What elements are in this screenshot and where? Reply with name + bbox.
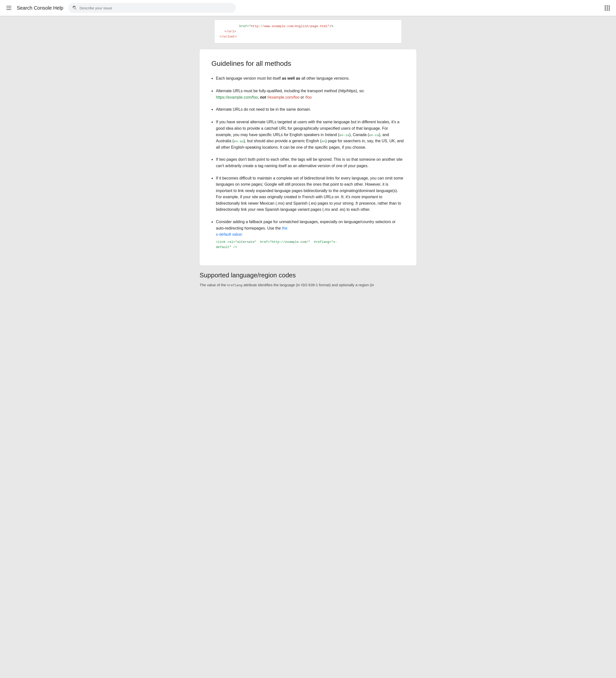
page-content: href="http://www.example.com/english/pag… [0,16,616,296]
bullet-icon: • [211,76,213,82]
bottom-section-title: Supported language/region codes [200,271,416,279]
list-item: • Each language version must list itself… [211,75,405,82]
bullet-icon: • [211,88,213,95]
x-default-link[interactable]: thex-default value [216,226,287,237]
guideline-text: Alternate URLs do not need to be in the … [216,106,405,113]
list-item: • Alternate URLs do not need to be in th… [211,106,405,113]
code-en-ie: en-ie [339,134,350,137]
guideline-text: If two pages don't both point to each ot… [216,156,405,169]
code-en-au: en-au [234,140,244,143]
menu-button[interactable] [4,3,14,13]
list-item: • Alternate URLs must be fully-qualified… [211,88,405,100]
guideline-text: Consider adding a fallback page for unma… [216,219,405,250]
code-line-1: href="http://www.example.com/english/pag… [219,24,397,29]
list-item: • If you have several alternate URLs tar… [211,119,405,150]
code-en-ca: en-ca [369,134,379,137]
code-block-container: href="http://www.example.com/english/pag… [0,16,616,43]
section-title: Guidelines for all methods [211,59,405,68]
code-x-default: <link rel="alternate" href="http://examp… [216,240,405,250]
site-title: Search Console Help [17,5,63,11]
apps-grid-icon [605,5,610,11]
bullet-icon: • [211,219,213,225]
code-line-2: </url> [219,29,397,34]
bullet-icon: • [211,176,213,182]
code-en: en [322,140,326,143]
list-item: • If two pages don't both point to each … [211,156,405,169]
list-item: • If it becomes difficult to maintain a … [211,175,405,213]
example-link-green[interactable]: https://example.com/foo [216,95,258,99]
main-card: Guidelines for all methods • Each langua… [200,49,416,266]
guideline-text: If you have several alternate URLs targe… [216,119,405,150]
header: Search Console Help Describe your issue [0,0,616,16]
search-icon [72,5,77,10]
code-line-3: </urlset> [219,34,397,39]
bottom-section: Supported language/region codes The valu… [188,271,428,296]
example-link-red2: /foo [305,95,312,99]
guideline-list: • Each language version must list itself… [211,75,405,250]
bullet-icon: • [211,107,213,113]
apps-button[interactable] [602,3,612,13]
guideline-text: Each language version must list itself a… [216,75,405,82]
list-item: • Consider adding a fallback page for un… [211,219,405,250]
bullet-icon: • [211,119,213,125]
hreflang-code: hreflang [227,284,242,287]
bullet-icon: • [211,157,213,163]
search-placeholder: Describe your issue [80,6,232,10]
example-link-red: //example.com/foo [267,95,299,99]
search-bar[interactable]: Describe your issue [68,3,236,13]
code-block-top: href="http://www.example.com/english/pag… [214,20,402,43]
guideline-text: If it becomes difficult to maintain a co… [216,175,405,213]
guideline-text: Alternate URLs must be fully-qualified, … [216,88,405,100]
bottom-section-text: The value of the hreflang attribute iden… [200,282,416,288]
